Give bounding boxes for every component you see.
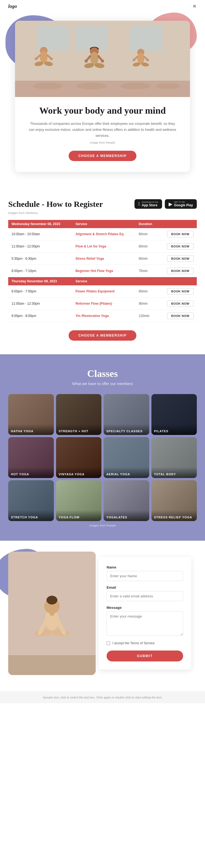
svg-point-11 [40, 51, 48, 63]
class-service: Beginner Hot Flow Yoga [72, 265, 135, 277]
class-card[interactable]: HOT YOGA [8, 437, 54, 478]
class-card[interactable]: VINYASA YOGA [56, 437, 102, 478]
class-service: Flow & Let Go Yoga [72, 240, 135, 253]
footer: Sample text, click to select the text bo… [0, 691, 205, 703]
google-play-icon: ▶ [169, 201, 173, 207]
terms-checkbox[interactable] [107, 642, 110, 645]
svg-point-7 [77, 83, 107, 89]
book-now-button[interactable]: BOOK NOW [167, 300, 194, 307]
svg-rect-4 [75, 26, 108, 51]
hero-section: Work your body and your mind Thousands o… [0, 12, 205, 186]
table-row: 6:00pm - 8:00pm Yin /Restorative Yoga 12… [8, 310, 197, 322]
class-action: BOOK NOW [158, 228, 197, 240]
menu-button[interactable]: ≡ [193, 3, 197, 9]
class-service: Alignment & Stretch Pilates Eq [72, 228, 135, 240]
app-store-text: Download on the App Store [142, 201, 158, 207]
schedule-image-credit: images from Vecteezy [8, 211, 197, 215]
apple-icon:  [138, 201, 140, 207]
hero-cta-button[interactable]: CHOOSE A MEMBERSHIP [69, 151, 136, 161]
schedule-header: Schedule - How to Register  Download on… [8, 199, 197, 209]
svg-rect-42 [50, 610, 54, 616]
class-card-label: AERIAL YOGA [104, 467, 149, 478]
class-time: 6:00pm - 7:00pm [8, 285, 72, 298]
book-now-button[interactable]: BOOK NOW [167, 313, 194, 319]
table-row: 5:30pm - 6:30pm Stress Relief Yoga 60min… [8, 253, 197, 265]
message-field-group: Message [107, 606, 183, 637]
contact-inner: Name Email Message I accept the Terms of… [8, 557, 197, 670]
class-time: 11:00am - 12:30pm [8, 298, 72, 310]
class-card[interactable]: YOGALATES [104, 480, 149, 521]
class-card[interactable]: AERIAL YOGA [104, 437, 149, 478]
table-row: 11:00am - 12:30pm Reformer Flow (Pilates… [8, 298, 197, 310]
class-time: 10:00am - 10:50am [8, 228, 72, 240]
class-time: 6:00pm - 8:00pm [8, 310, 72, 322]
class-card[interactable]: STRETCH YOGA [8, 480, 54, 521]
svg-point-6 [33, 83, 63, 89]
book-now-button[interactable]: BOOK NOW [167, 288, 194, 294]
svg-point-26 [84, 59, 88, 63]
svg-point-35 [146, 59, 149, 61]
book-now-button[interactable]: BOOK NOW [167, 231, 194, 237]
class-card-label: YOGALATES [104, 510, 149, 521]
email-input[interactable] [107, 591, 183, 601]
class-card-label: STRENGTH + HIIT [56, 424, 102, 435]
google-play-badge[interactable]: ▶ GET IT ON Google Play [165, 199, 197, 209]
service-header: Service [72, 277, 135, 286]
class-action: BOOK NOW [158, 285, 197, 298]
book-now-button[interactable]: BOOK NOW [167, 243, 194, 250]
terms-label: I accept the Terms of Service [112, 641, 155, 645]
classes-section: Classes What we have to offer our member… [0, 354, 205, 541]
app-store-badge[interactable]:  Download on the App Store [134, 199, 162, 209]
day-date: Wednesday November 08, 2023 [8, 220, 72, 228]
class-card-label: TOTAL BODY [151, 467, 197, 478]
class-action: BOOK NOW [158, 298, 197, 310]
class-card[interactable]: STRESS RELIEF YOGA [151, 480, 197, 521]
hero-description: Thousands of companies across Europe off… [29, 121, 176, 139]
table-row: 10:00am - 10:50am Alignment & Stretch Pi… [8, 228, 197, 240]
schedule-section: Schedule - How to Register  Download on… [0, 186, 205, 354]
book-now-button[interactable]: BOOK NOW [167, 268, 194, 274]
classes-subtitle: What we have to offer our members [8, 381, 197, 386]
message-input[interactable] [107, 611, 183, 636]
classes-image-credit: images from freepik [8, 524, 197, 527]
class-card[interactable]: SPECIALTY CLASSES [104, 394, 149, 435]
class-service: Power Pilates Equipment [72, 285, 135, 298]
class-duration: 90min [135, 298, 158, 310]
name-input[interactable] [107, 571, 183, 581]
name-label: Name [107, 565, 183, 569]
svg-rect-37 [8, 655, 96, 675]
logo: logo [8, 4, 17, 9]
submit-button[interactable]: SUBMIT [107, 651, 183, 661]
contact-form: Name Email Message I accept the Terms of… [98, 557, 191, 670]
day-header-row: Wednesday November 08, 2023 Service Dura… [8, 220, 197, 228]
class-card-label: STRESS RELIEF YOGA [151, 510, 197, 521]
image-credit-link[interactable]: freepik [106, 141, 115, 144]
book-now-button[interactable]: BOOK NOW [167, 255, 194, 262]
svg-point-8 [120, 83, 150, 89]
class-card-label: HATHA YOGA [8, 424, 54, 435]
class-action: BOOK NOW [158, 253, 197, 265]
hero-image [15, 21, 190, 97]
contact-section: Name Email Message I accept the Terms of… [0, 541, 205, 691]
class-card-label: YOGA FLOW [56, 510, 102, 521]
day-date: Thursday November 09, 2023 [8, 277, 72, 286]
class-card[interactable]: HATHA YOGA [8, 394, 54, 435]
table-row: 6:00pm - 7:00pm Power Pilates Equipment … [8, 285, 197, 298]
schedule-cta-button[interactable]: CHOOSE A MEMBERSHIP [69, 330, 136, 341]
contact-image [8, 552, 96, 675]
class-card[interactable]: TOTAL BODY [151, 437, 197, 478]
class-card[interactable]: STRENGTH + HIIT [56, 394, 102, 435]
svg-point-29 [137, 53, 144, 64]
class-card-label: PILATES [151, 424, 197, 435]
hero-image-credit: image from freepik [29, 141, 176, 144]
action-header [158, 277, 197, 286]
navbar: logo ≡ [0, 0, 205, 12]
schedule-title: Schedule - How to Register [8, 199, 103, 209]
svg-point-34 [133, 59, 135, 61]
duration-header: Duration [135, 220, 158, 228]
email-field-group: Email [107, 585, 183, 601]
app-store-badges:  Download on the App Store ▶ GET IT ON … [134, 199, 197, 209]
hero-illustration [15, 21, 190, 97]
class-card[interactable]: YOGA FLOW [56, 480, 102, 521]
class-card[interactable]: PILATES [151, 394, 197, 435]
